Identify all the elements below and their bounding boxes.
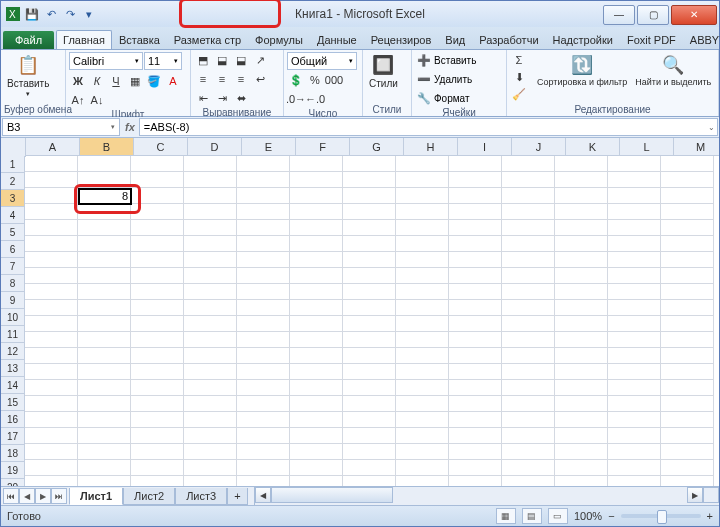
- cell-J6[interactable]: [502, 236, 555, 252]
- sheet-next-icon[interactable]: ▶: [35, 488, 51, 504]
- cell-A10[interactable]: [25, 300, 78, 316]
- align-right-icon[interactable]: ≡: [232, 71, 250, 87]
- cell-A11[interactable]: [25, 316, 78, 332]
- cell-M9[interactable]: [661, 284, 714, 300]
- cell-E4[interactable]: [237, 204, 290, 220]
- cell-D3[interactable]: [184, 188, 237, 204]
- cell-I20[interactable]: [449, 460, 502, 476]
- cell-D18[interactable]: [184, 428, 237, 444]
- cell-H17[interactable]: [396, 412, 449, 428]
- cell-F9[interactable]: [290, 284, 343, 300]
- cell-F21[interactable]: [290, 476, 343, 486]
- cell-A16[interactable]: [25, 396, 78, 412]
- cell-E18[interactable]: [237, 428, 290, 444]
- cell-A20[interactable]: [25, 460, 78, 476]
- cell-I5[interactable]: [449, 220, 502, 236]
- cell-M2[interactable]: [661, 172, 714, 188]
- cell-G12[interactable]: [343, 332, 396, 348]
- cell-C7[interactable]: [131, 252, 184, 268]
- cell-M11[interactable]: [661, 316, 714, 332]
- cell-C16[interactable]: [131, 396, 184, 412]
- cell-M21[interactable]: [661, 476, 714, 486]
- fx-icon[interactable]: fx: [125, 121, 135, 133]
- cell-H15[interactable]: [396, 380, 449, 396]
- comma-icon[interactable]: 000: [325, 72, 343, 88]
- cell-M7[interactable]: [661, 252, 714, 268]
- cell-J20[interactable]: [502, 460, 555, 476]
- cell-I16[interactable]: [449, 396, 502, 412]
- cell-C5[interactable]: [131, 220, 184, 236]
- paste-button[interactable]: 📋 Вставить ▾: [4, 52, 52, 99]
- cell-K18[interactable]: [555, 428, 608, 444]
- cell-G4[interactable]: [343, 204, 396, 220]
- cell-H9[interactable]: [396, 284, 449, 300]
- cell-E1[interactable]: [237, 156, 290, 172]
- cell-A13[interactable]: [25, 348, 78, 364]
- tab-разработчи[interactable]: Разработчи: [472, 30, 545, 49]
- cell-J16[interactable]: [502, 396, 555, 412]
- cell-C17[interactable]: [131, 412, 184, 428]
- cell-A6[interactable]: [25, 236, 78, 252]
- cell-C18[interactable]: [131, 428, 184, 444]
- cell-I11[interactable]: [449, 316, 502, 332]
- tab-вид[interactable]: Вид: [438, 30, 472, 49]
- cell-H11[interactable]: [396, 316, 449, 332]
- cell-G1[interactable]: [343, 156, 396, 172]
- cell-J5[interactable]: [502, 220, 555, 236]
- cell-B3[interactable]: 8: [78, 188, 131, 204]
- cell-B18[interactable]: [78, 428, 131, 444]
- col-header-G[interactable]: G: [350, 138, 404, 156]
- cell-G20[interactable]: [343, 460, 396, 476]
- delete-cells-button[interactable]: ➖Удалить: [415, 71, 472, 87]
- cell-L18[interactable]: [608, 428, 661, 444]
- cell-D6[interactable]: [184, 236, 237, 252]
- number-format-selector[interactable]: Общий▾: [287, 52, 357, 70]
- cell-L4[interactable]: [608, 204, 661, 220]
- cell-D10[interactable]: [184, 300, 237, 316]
- row-header-18[interactable]: 18: [1, 445, 25, 462]
- tab-главная[interactable]: Главная: [56, 30, 112, 49]
- cell-D16[interactable]: [184, 396, 237, 412]
- cell-E17[interactable]: [237, 412, 290, 428]
- increase-font-icon[interactable]: A↑: [69, 92, 87, 108]
- col-header-A[interactable]: A: [26, 138, 80, 156]
- cell-I19[interactable]: [449, 444, 502, 460]
- underline-button[interactable]: Ч: [107, 73, 125, 89]
- find-select-button[interactable]: 🔍 Найти и выделить: [632, 52, 714, 88]
- styles-button[interactable]: 🔲 Стили: [366, 52, 401, 90]
- cell-H5[interactable]: [396, 220, 449, 236]
- view-normal-icon[interactable]: ▦: [496, 508, 516, 524]
- cell-K21[interactable]: [555, 476, 608, 486]
- cell-K7[interactable]: [555, 252, 608, 268]
- cell-C12[interactable]: [131, 332, 184, 348]
- view-layout-icon[interactable]: ▤: [522, 508, 542, 524]
- cell-K11[interactable]: [555, 316, 608, 332]
- row-header-7[interactable]: 7: [1, 258, 25, 275]
- cell-D8[interactable]: [184, 268, 237, 284]
- cell-G15[interactable]: [343, 380, 396, 396]
- cell-D4[interactable]: [184, 204, 237, 220]
- cell-K3[interactable]: [555, 188, 608, 204]
- cell-A2[interactable]: [25, 172, 78, 188]
- cells-area[interactable]: 8: [25, 156, 719, 486]
- font-name-selector[interactable]: Calibri▾: [69, 52, 143, 70]
- cell-G7[interactable]: [343, 252, 396, 268]
- cell-E10[interactable]: [237, 300, 290, 316]
- orientation-icon[interactable]: ↗: [251, 52, 269, 68]
- cell-C13[interactable]: [131, 348, 184, 364]
- maximize-button[interactable]: ▢: [637, 5, 669, 25]
- cell-F10[interactable]: [290, 300, 343, 316]
- cell-H10[interactable]: [396, 300, 449, 316]
- cell-K13[interactable]: [555, 348, 608, 364]
- currency-icon[interactable]: 💲: [287, 72, 305, 88]
- cell-J15[interactable]: [502, 380, 555, 396]
- cell-H13[interactable]: [396, 348, 449, 364]
- cell-A15[interactable]: [25, 380, 78, 396]
- cell-L9[interactable]: [608, 284, 661, 300]
- col-header-I[interactable]: I: [458, 138, 512, 156]
- cell-F13[interactable]: [290, 348, 343, 364]
- row-header-20[interactable]: 20: [1, 479, 25, 486]
- cell-E2[interactable]: [237, 172, 290, 188]
- cell-I1[interactable]: [449, 156, 502, 172]
- cell-M19[interactable]: [661, 444, 714, 460]
